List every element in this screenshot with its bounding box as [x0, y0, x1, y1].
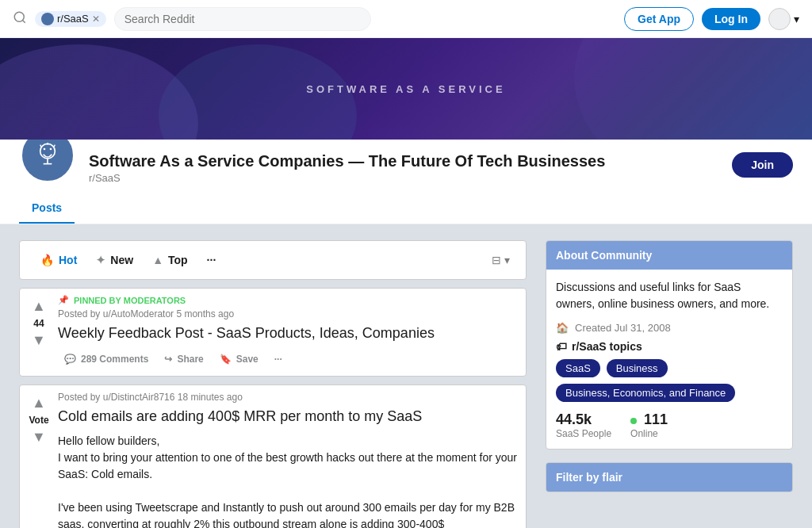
members-count: 44.5k: [556, 411, 611, 428]
online-dot-icon: [630, 418, 637, 424]
subreddit-banner: SOFTWARE AS A SERVICE: [0, 38, 812, 140]
post-card: ▲ 44 ▼ 📌 PINNED BY MODERATORS Posted by …: [19, 288, 527, 377]
new-icon: ✦: [96, 254, 105, 266]
upvote-button[interactable]: ▲: [32, 298, 46, 315]
subreddit-label: r/SaaS: [57, 13, 89, 25]
downvote-button[interactable]: ▼: [32, 429, 46, 446]
tab-posts[interactable]: Posts: [19, 193, 75, 224]
upvote-button[interactable]: ▲: [32, 395, 46, 411]
filter-header: Filter by flair: [546, 463, 792, 492]
downvote-button[interactable]: ▼: [32, 332, 46, 349]
topics-tags: SaaS Business Business, Economics, and F…: [556, 359, 783, 402]
join-button[interactable]: Join: [732, 152, 793, 178]
search-input[interactable]: [124, 13, 362, 25]
sidebar: About Community Discussions and useful l…: [546, 240, 793, 528]
subreddit-title: Software As a Service Companies — The Fu…: [89, 152, 719, 170]
svg-point-5: [44, 148, 46, 151]
about-community-card: About Community Discussions and useful l…: [546, 240, 793, 450]
members-label: SaaS People: [556, 428, 611, 439]
community-stats: 44.5k SaaS People 111 Online: [556, 411, 783, 439]
subreddit-tabs: Posts: [0, 193, 812, 224]
online-label: Online: [630, 428, 668, 439]
post-body-line2: I want to bring your attention to one of…: [58, 450, 519, 483]
svg-point-6: [50, 148, 52, 151]
about-body: Discussions and useful links for SaaS ow…: [546, 270, 792, 449]
sort-more-button[interactable]: ···: [199, 249, 224, 271]
subreddit-info: Software As a Service Companies — The Fu…: [89, 149, 719, 184]
vote-count: 44: [33, 318, 44, 329]
post-title[interactable]: Cold emails are adding 400$ MRR per mont…: [58, 407, 519, 426]
pinned-label: 📌 PINNED BY MODERATORS: [58, 295, 519, 305]
globe-icon: [41, 13, 54, 25]
top-icon: ▲: [152, 254, 163, 266]
share-icon: ↪: [164, 354, 172, 365]
post-body-line1: Hello fellow builders,: [58, 433, 519, 450]
post-actions: 💬 289 Comments ↪ Share 🔖 Save ···: [58, 349, 519, 369]
close-pill-icon[interactable]: ✕: [92, 13, 100, 25]
vote-controls: ▲ 44 ▼: [26, 295, 52, 369]
topics-label: 🏷 r/SaaS topics: [556, 340, 783, 353]
post-card: ▲ Vote ▼ Posted by u/DistinctAir8716 18 …: [19, 385, 527, 528]
banner-title: SOFTWARE AS A SERVICE: [306, 83, 505, 95]
post-body-line3: I've been using Tweetscrape and Instantl…: [58, 499, 519, 528]
comments-button[interactable]: 💬 289 Comments: [58, 349, 155, 369]
tag-saas[interactable]: SaaS: [556, 359, 600, 377]
tag-business[interactable]: Business: [607, 359, 668, 377]
comments-icon: 💬: [64, 354, 76, 365]
pin-icon: 📌: [58, 295, 69, 305]
post-content: Posted by u/DistinctAir8716 18 minutes a…: [58, 392, 519, 528]
avatar: [768, 8, 791, 30]
vote-label: Vote: [29, 415, 48, 426]
main-content: 🔥 Hot ✦ New ▲ Top ··· ⊟ ▾ ▲ 44 ▼: [0, 240, 812, 528]
vote-controls: ▲ Vote ▼: [26, 392, 52, 528]
created-meta: 🏠 Created Jul 31, 2008: [556, 322, 783, 334]
online-stat: 111 Online: [630, 411, 668, 439]
more-button[interactable]: ···: [268, 349, 289, 369]
login-button[interactable]: Log In: [702, 8, 760, 30]
sort-new-button[interactable]: ✦ New: [88, 249, 141, 271]
user-menu[interactable]: ▾: [768, 8, 799, 30]
save-button[interactable]: 🔖 Save: [213, 349, 265, 369]
subreddit-header: Software As a Service Companies — The Fu…: [0, 140, 812, 224]
post-meta: Posted by u/AutoModerator 5 months ago: [58, 308, 519, 319]
about-header: About Community: [546, 241, 792, 270]
sort-bar: 🔥 Hot ✦ New ▲ Top ··· ⊟ ▾: [19, 240, 527, 280]
post-meta: Posted by u/DistinctAir8716 18 minutes a…: [58, 392, 519, 403]
post-title[interactable]: Weekly Feedback Post - SaaS Products, Id…: [58, 324, 519, 342]
about-description: Discussions and useful links for SaaS ow…: [556, 279, 783, 312]
calendar-icon: 🏠: [556, 322, 569, 334]
svg-line-1: [22, 20, 25, 22]
search-icon: [13, 10, 27, 27]
share-button[interactable]: ↪ Share: [158, 349, 209, 369]
posts-column: 🔥 Hot ✦ New ▲ Top ··· ⊟ ▾ ▲ 44 ▼: [19, 240, 527, 528]
post-content: 📌 PINNED BY MODERATORS Posted by u/AutoM…: [58, 295, 519, 369]
view-toggle[interactable]: ⊟ ▾: [488, 251, 513, 270]
chevron-down-icon: ▾: [794, 13, 799, 25]
post-body: Hello fellow builders, I want to bring y…: [58, 433, 519, 528]
topnav: r/SaaS ✕ Get App Log In ▾: [0, 0, 812, 38]
get-app-button[interactable]: Get App: [624, 7, 694, 31]
search-bar[interactable]: [114, 7, 372, 31]
subreddit-pill[interactable]: r/SaaS ✕: [35, 11, 106, 27]
online-count: 111: [630, 411, 668, 428]
bookmark-icon: 🔖: [220, 354, 232, 365]
svg-point-0: [14, 12, 24, 21]
filter-flair-card: Filter by flair: [546, 462, 793, 492]
tag-business-eco[interactable]: Business, Economics, and Finance: [556, 384, 735, 402]
subreddit-name: r/SaaS: [89, 172, 719, 184]
sort-hot-button[interactable]: 🔥 Hot: [33, 249, 85, 271]
tag-icon: 🏷: [556, 340, 567, 353]
members-stat: 44.5k SaaS People: [556, 411, 611, 439]
sort-top-button[interactable]: ▲ Top: [144, 249, 195, 271]
hot-icon: 🔥: [40, 254, 54, 266]
